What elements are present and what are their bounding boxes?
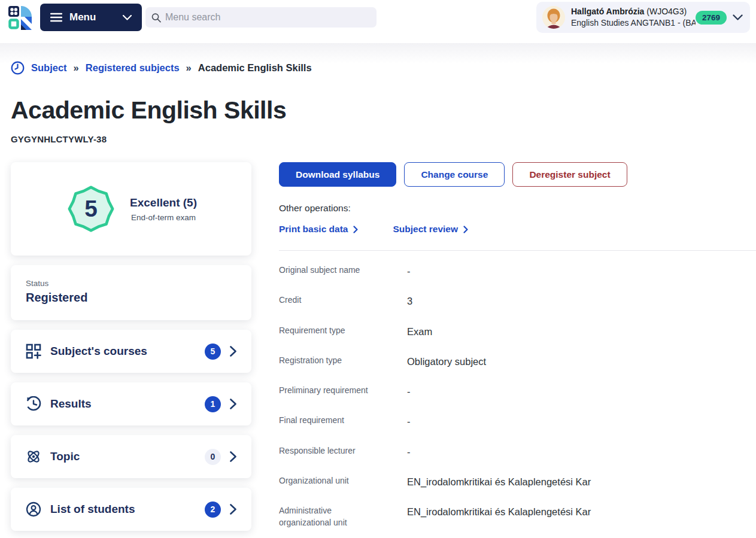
menu-search-input[interactable] (165, 12, 371, 23)
breadcrumb-registered-subjects-link[interactable]: Registered subjects (86, 62, 180, 74)
grade-label: Excellent (5) (130, 196, 197, 209)
clock-icon (11, 61, 25, 75)
detail-row: Registration type Obligatory subject (279, 346, 756, 376)
print-basic-data-link[interactable]: Print basic data (279, 224, 358, 235)
chevron-right-icon (230, 451, 236, 462)
menu-button[interactable]: Menu (40, 4, 142, 31)
user-info: Hallgató Ambrózia (WJO4G3) English Studi… (571, 6, 696, 29)
print-basic-data-label: Print basic data (279, 224, 348, 235)
subject-detail-rows: Original subject name - Credit 3 Require… (279, 256, 756, 538)
status-card: Status Registered (11, 265, 251, 320)
sidebar-item-subjects-courses[interactable]: Subject's courses 5 (11, 330, 251, 373)
user-program: English Studies ANGTANB1 - (BA/BS... (571, 17, 696, 29)
status-value: Registered (26, 291, 236, 305)
detail-value: 3 (407, 294, 412, 308)
detail-row: Original subject name - (279, 256, 756, 286)
chevron-down-icon[interactable] (733, 14, 743, 20)
page-title: Academic English Skills (11, 96, 756, 124)
detail-value: Exam (407, 325, 432, 338)
section-divider (279, 250, 756, 251)
grade-seal-icon: 5 (65, 183, 117, 235)
courses-grid-plus-icon (26, 344, 41, 359)
notification-count-badge: 2769 (696, 11, 727, 25)
detail-row: Final requirement - (279, 406, 756, 436)
subject-review-label: Subject review (393, 224, 458, 235)
detail-row: Responsible lecturer - (279, 437, 756, 467)
user-avatar (542, 6, 565, 29)
subject-code: GYGYNHLCTYWLY-38 (11, 134, 756, 144)
menu-search (145, 7, 377, 28)
sidebar-item-results[interactable]: Results 1 (11, 382, 251, 425)
detail-label: Final requirement (279, 415, 381, 427)
detail-label: Preliminary requirement (279, 385, 381, 397)
sidebar-item-label: Subject's courses (50, 345, 147, 358)
detail-label: Original subject name (279, 265, 381, 276)
breadcrumb: Subject » Registered subjects » Academic… (11, 61, 756, 75)
subject-review-link[interactable]: Subject review (393, 224, 468, 235)
action-buttons: Download syllabus Change course Deregist… (279, 162, 756, 187)
detail-value: EN_irodalomkritikai és Kalaplengetési Ka… (407, 505, 591, 518)
detail-value: - (407, 385, 411, 398)
status-label: Status (26, 279, 236, 288)
search-icon (151, 13, 161, 23)
detail-label: Administrative organizational unit (279, 505, 381, 528)
user-menu[interactable]: Hallgató Ambrózia (WJO4G3) English Studi… (536, 2, 750, 33)
user-name: Hallgató Ambrózia (571, 7, 644, 16)
grade-card: 5 Excellent (5) End-of-term exam (11, 162, 251, 256)
detail-row: Preliminary requirement - (279, 376, 756, 406)
detail-label: Requirement type (279, 325, 381, 337)
detail-label: Organizational unit (279, 475, 381, 487)
history-clock-icon (26, 396, 41, 412)
atom-icon (26, 449, 41, 464)
menu-button-label: Menu (69, 11, 117, 23)
chevron-down-icon (123, 15, 132, 20)
breadcrumb-subject-link[interactable]: Subject (31, 62, 67, 74)
neptun-logo-icon (8, 4, 32, 31)
hamburger-icon (50, 13, 62, 22)
detail-value: - (407, 445, 411, 458)
chevron-right-icon (463, 226, 468, 233)
detail-row: Requirement type Exam (279, 317, 756, 346)
detail-value: Obligatory subject (407, 355, 486, 368)
sidebar-item-topic[interactable]: Topic 0 (11, 435, 251, 478)
sidebar-item-list-of-students[interactable]: List of students 2 (11, 488, 251, 531)
chevron-right-icon (230, 346, 236, 357)
count-badge: 1 (205, 396, 221, 412)
count-badge: 2 (205, 501, 221, 518)
change-course-button[interactable]: Change course (404, 162, 505, 187)
detail-row: Organizational unit EN_irodalomkritikai … (279, 467, 756, 497)
user-code: (WJO4G3) (646, 7, 687, 16)
detail-value: - (407, 265, 411, 278)
top-header: Menu Hallgató Ambrózia (WJO4G3) (0, 0, 756, 43)
deregister-subject-button[interactable]: Deregister subject (512, 162, 627, 187)
operation-links: Print basic data Subject review (279, 224, 756, 235)
sidebar-item-label: Results (50, 397, 92, 411)
chevron-right-icon (230, 504, 236, 515)
detail-label: Responsible lecturer (279, 445, 381, 457)
other-operations-label: Other operations: (279, 203, 756, 214)
count-badge: 5 (205, 344, 221, 360)
detail-row: Administrative organizational unit EN_ir… (279, 497, 756, 537)
grade-sublabel: End-of-term exam (130, 213, 197, 222)
detail-label: Credit (279, 294, 381, 306)
sidebar-item-label: List of students (50, 503, 135, 516)
sidebar-item-label: Topic (50, 450, 80, 463)
breadcrumb-separator: » (74, 62, 79, 74)
grade-value: 5 (84, 196, 98, 221)
subject-details-panel: Download syllabus Change course Deregist… (251, 162, 756, 538)
count-badge: 0 (205, 449, 221, 465)
breadcrumb-separator: » (186, 62, 192, 74)
person-circle-icon (26, 501, 41, 517)
detail-value: - (407, 415, 411, 428)
chevron-right-icon (230, 399, 236, 409)
detail-value: EN_irodalomkritikai és Kalaplengetési Ka… (407, 475, 591, 488)
download-syllabus-button[interactable]: Download syllabus (279, 162, 396, 187)
breadcrumb-current-page: Academic English Skills (198, 62, 312, 74)
chevron-right-icon (353, 226, 358, 233)
sidebar: 5 Excellent (5) End-of-term exam Status … (11, 162, 251, 538)
detail-row: Credit 3 (279, 286, 756, 316)
detail-label: Registration type (279, 355, 381, 367)
